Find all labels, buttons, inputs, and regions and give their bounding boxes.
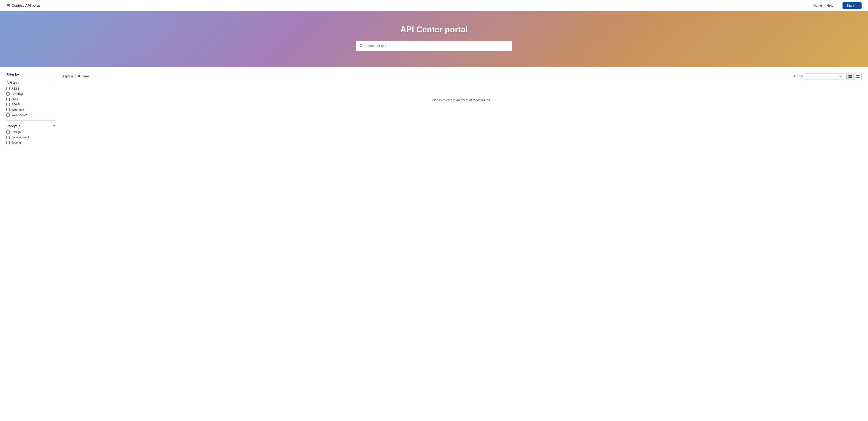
- svg-line-1: [362, 47, 363, 48]
- brand-name: Contoso API portal: [12, 3, 40, 7]
- search-input-wrapper: [356, 41, 512, 51]
- svg-rect-9: [858, 77, 860, 78]
- hero-section: API Center portal: [0, 11, 868, 67]
- api-type-options: REST GraphQL gRPC SOAP Webhook: [6, 87, 55, 117]
- help-nav-link[interactable]: Help: [827, 4, 833, 7]
- sidebar: Filter by API type ⌃ REST GraphQL gRPC: [6, 72, 62, 147]
- filter-option-soap[interactable]: SOAP: [6, 103, 55, 106]
- checkbox-grpc[interactable]: [6, 98, 10, 101]
- svg-rect-5: [850, 77, 852, 78]
- filter-option-grpc[interactable]: gRPC: [6, 97, 55, 101]
- svg-rect-6: [856, 75, 858, 76]
- grid-icon: [848, 74, 852, 78]
- filter-label-webhook: Webhook: [11, 108, 24, 111]
- checkbox-testing[interactable]: [6, 141, 10, 144]
- toolbar-right: Sort by: [793, 72, 862, 80]
- checkbox-webhook[interactable]: [6, 108, 10, 111]
- list-icon: [856, 74, 860, 78]
- checkbox-design[interactable]: [6, 130, 10, 134]
- svg-rect-2: [848, 74, 850, 76]
- chevron-up-icon: ⌃: [53, 81, 55, 84]
- filter-label-testing: Testing: [11, 141, 21, 144]
- svg-point-0: [360, 44, 362, 47]
- svg-rect-4: [848, 77, 850, 78]
- lifecycle-options: Design Development Testing: [6, 130, 55, 144]
- svg-rect-8: [856, 77, 858, 78]
- filter-section-api-type-label: API type: [6, 81, 19, 85]
- filter-divider: [6, 120, 55, 121]
- toolbar: Displaying 0 items Sort by: [62, 72, 862, 80]
- main-content: Filter by API type ⌃ REST GraphQL gRPC: [0, 67, 868, 152]
- filter-section-api-type-header[interactable]: API type ⌃: [6, 81, 55, 85]
- filter-label-design: Design: [11, 130, 21, 134]
- checkbox-rest[interactable]: [6, 87, 10, 90]
- displaying-text: Displaying 0 items: [62, 74, 89, 78]
- filter-label-rest: REST: [11, 87, 20, 90]
- navbar-right: Home Help Sign in: [813, 2, 862, 9]
- right-content: Displaying 0 items Sort by: [62, 72, 862, 147]
- hero-title: API Center portal: [5, 25, 863, 34]
- filter-option-design[interactable]: Design: [6, 130, 55, 134]
- home-nav-link[interactable]: Home: [813, 4, 822, 7]
- empty-message: Sign in or create an account to view API…: [62, 98, 862, 102]
- chevron-up-icon-lifecycle: ⌃: [53, 124, 55, 128]
- svg-rect-10: [858, 74, 858, 78]
- checkbox-graphql[interactable]: [6, 92, 10, 95]
- svg-rect-7: [858, 75, 860, 76]
- checkbox-websocket[interactable]: [6, 114, 10, 117]
- filter-option-rest[interactable]: REST: [6, 87, 55, 90]
- sort-select[interactable]: [805, 73, 844, 80]
- filter-label-websocket: WebSocket: [11, 113, 27, 117]
- grid-view-button[interactable]: [846, 72, 854, 80]
- view-toggle: [846, 72, 862, 80]
- filter-option-development[interactable]: Development: [6, 136, 55, 139]
- filter-label-development: Development: [11, 136, 29, 139]
- navbar: ⊞ Contoso API portal Home Help Sign in: [0, 0, 868, 11]
- displaying-suffix: items: [82, 74, 89, 78]
- filter-label-soap: SOAP: [11, 103, 20, 106]
- search-container: [356, 41, 512, 51]
- checkbox-soap[interactable]: [6, 103, 10, 106]
- filter-section-lifecycle: Lifecycle ⌃ Design Development Testing: [6, 124, 55, 144]
- filter-option-testing[interactable]: Testing: [6, 141, 55, 144]
- sort-by-label: Sort by: [793, 74, 803, 78]
- search-icon: [360, 44, 364, 48]
- displaying-count: 0: [78, 74, 80, 78]
- search-input[interactable]: [365, 44, 508, 48]
- filter-section-api-type: API type ⌃ REST GraphQL gRPC SO: [6, 81, 55, 117]
- checkbox-development[interactable]: [6, 136, 10, 139]
- list-view-button[interactable]: [854, 72, 862, 80]
- filter-section-lifecycle-header[interactable]: Lifecycle ⌃: [6, 124, 55, 128]
- filter-option-webhook[interactable]: Webhook: [6, 108, 55, 111]
- svg-rect-3: [850, 74, 852, 76]
- filter-by-label: Filter by: [6, 72, 55, 76]
- nav-divider: [838, 3, 838, 8]
- displaying-label: Displaying: [62, 74, 76, 78]
- brand-icon: ⊞: [6, 3, 10, 8]
- filter-label-graphql: GraphQL: [11, 92, 24, 95]
- filter-label-grpc: gRPC: [11, 97, 20, 101]
- filter-section-lifecycle-label: Lifecycle: [6, 124, 20, 128]
- brand: ⊞ Contoso API portal: [6, 3, 40, 8]
- filter-option-graphql[interactable]: GraphQL: [6, 92, 55, 95]
- filter-option-websocket[interactable]: WebSocket: [6, 113, 55, 117]
- sign-in-button[interactable]: Sign in: [842, 2, 862, 9]
